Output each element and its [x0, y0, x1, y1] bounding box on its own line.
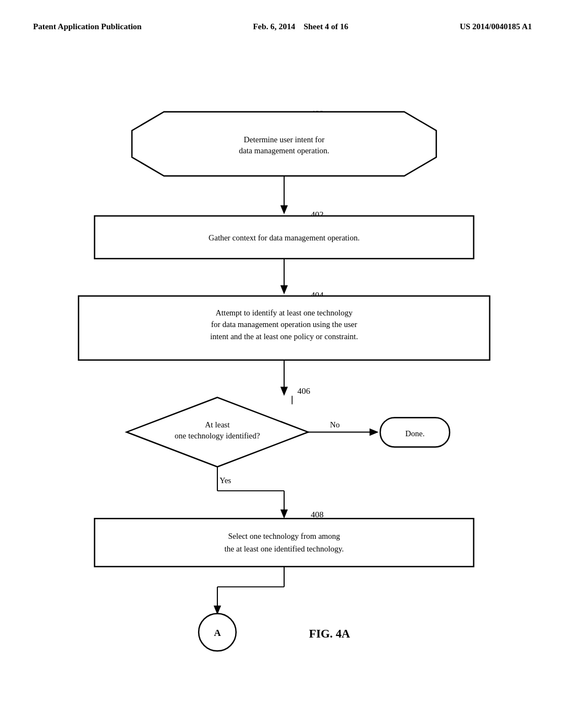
svg-text:intent and the at least one po: intent and the at least one policy or co…: [210, 332, 358, 341]
svg-text:No: No: [330, 420, 340, 429]
figure-label: FIG. 4A: [309, 627, 350, 640]
svg-text:Done.: Done.: [405, 429, 424, 438]
svg-text:for data management operation : for data management operation using the …: [211, 320, 357, 329]
svg-text:data management operation.: data management operation.: [239, 146, 329, 155]
header-left: Patent Application Publication: [33, 22, 142, 31]
svg-text:Select one technology from amo: Select one technology from among: [228, 532, 340, 540]
page-header: Patent Application Publication Feb. 6, 2…: [0, 0, 565, 42]
node-408: [94, 518, 473, 566]
svg-text:Attempt to identify at least o: Attempt to identify at least one technol…: [216, 308, 353, 317]
flowchart: 400 Determine user intent for data manag…: [0, 42, 565, 704]
svg-text:Determine user intent for: Determine user intent for: [244, 135, 324, 144]
svg-marker-19: [370, 429, 379, 436]
header-center: Feb. 6, 2014 Sheet 4 of 16: [253, 22, 348, 31]
svg-text:one technology identified?: one technology identified?: [175, 431, 260, 440]
svg-marker-25: [280, 510, 288, 518]
svg-text:Yes: Yes: [220, 476, 231, 485]
svg-text:Gather context for data manage: Gather context for data management opera…: [209, 233, 360, 242]
svg-text:the at least one identified te: the at least one identified technology.: [225, 544, 344, 553]
svg-text:At least: At least: [205, 420, 230, 429]
svg-marker-8: [280, 285, 288, 294]
svg-marker-14: [280, 387, 288, 395]
label-406: 406: [297, 386, 310, 395]
svg-text:A: A: [214, 627, 221, 638]
label-408: 408: [311, 510, 323, 519]
svg-marker-4: [280, 205, 288, 214]
header-right: US 2014/0040185 A1: [460, 22, 532, 31]
